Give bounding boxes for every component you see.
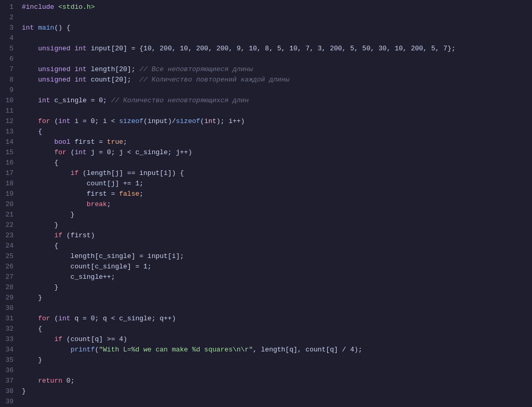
line-number: 26 [4, 262, 14, 272]
code-line: count[c_single] = 1; [22, 262, 532, 272]
line-number: 16 [4, 158, 14, 168]
line-number: 18 [4, 179, 14, 189]
code-line: for (int q = 0; q < c_single; q++) [22, 314, 532, 324]
code-line [22, 85, 532, 96]
code-line: int c_single = 0; // Количество неповтор… [22, 96, 532, 106]
code-line: if (first) [22, 230, 532, 241]
line-number: 35 [4, 355, 14, 365]
line-number: 25 [4, 251, 14, 262]
code-editor: 1234567891011121314151617181920212223242… [0, 0, 532, 407]
line-number: 37 [4, 376, 14, 386]
code-line: if (length[j] == input[i]) { [22, 168, 532, 179]
code-line [22, 12, 532, 23]
code-line: first = false; [22, 189, 532, 199]
code-line [22, 33, 532, 44]
line-number: 5 [4, 44, 14, 54]
line-number: 30 [4, 303, 14, 314]
line-number: 3 [4, 23, 14, 33]
code-line: length[c_single] = input[i]; [22, 251, 532, 262]
line-number: 8 [4, 75, 14, 85]
line-number: 15 [4, 147, 14, 158]
line-number: 10 [4, 96, 14, 106]
code-line [22, 365, 532, 376]
code-line: } [22, 210, 532, 220]
code-line: c_single++; [22, 272, 532, 282]
line-number: 12 [4, 116, 14, 127]
line-number: 19 [4, 189, 14, 199]
line-number: 2 [4, 12, 14, 23]
line-number: 24 [4, 241, 14, 251]
code-line: for (int i = 0; i < sizeof(input)/sizeof… [22, 116, 532, 127]
line-number: 34 [4, 345, 14, 355]
line-number: 31 [4, 314, 14, 324]
code-line: { [22, 324, 532, 334]
code-line: } [22, 220, 532, 230]
code-content[interactable]: #include <stdio.h> int main() { unsigned… [20, 0, 532, 407]
line-number: 6 [4, 54, 14, 64]
code-line [22, 54, 532, 64]
line-number: 38 [4, 386, 14, 397]
line-number: 9 [4, 85, 14, 96]
code-line [22, 397, 532, 407]
code-line: #include <stdio.h> [22, 2, 532, 12]
code-line: } [22, 282, 532, 293]
code-line: unsigned int count[20]; // Количество по… [22, 75, 532, 85]
code-line [22, 106, 532, 116]
code-line: unsigned int length[20]; // Все неповтор… [22, 64, 532, 75]
line-number: 4 [4, 33, 14, 44]
code-line: { [22, 241, 532, 251]
line-number: 36 [4, 365, 14, 376]
line-number: 29 [4, 293, 14, 303]
line-number: 11 [4, 106, 14, 116]
line-number: 28 [4, 282, 14, 293]
code-line [22, 303, 532, 314]
line-number: 21 [4, 210, 14, 220]
code-line: int main() { [22, 23, 532, 33]
code-line: } [22, 386, 532, 397]
line-number: 7 [4, 64, 14, 75]
line-numbers: 1234567891011121314151617181920212223242… [0, 0, 20, 407]
code-line: bool first = true; [22, 137, 532, 147]
code-line: printf("With L=%d we can make %d squares… [22, 345, 532, 355]
code-line: break; [22, 199, 532, 210]
code-line: if (count[q] >= 4) [22, 334, 532, 345]
code-line: unsigned int input[20] = {10, 200, 10, 2… [22, 44, 532, 54]
code-line: { [22, 127, 532, 137]
line-number: 27 [4, 272, 14, 282]
code-line: } [22, 293, 532, 303]
code-line: return 0; [22, 376, 532, 386]
line-number: 20 [4, 199, 14, 210]
line-number: 23 [4, 230, 14, 241]
line-number: 33 [4, 334, 14, 345]
line-number: 1 [4, 2, 14, 12]
line-number: 17 [4, 168, 14, 179]
line-number: 22 [4, 220, 14, 230]
line-number: 32 [4, 324, 14, 334]
code-line: } [22, 355, 532, 365]
line-number: 39 [4, 397, 14, 407]
code-line: for (int j = 0; j < c_single; j++) [22, 147, 532, 158]
code-line: { [22, 158, 532, 168]
code-line: count[j] += 1; [22, 179, 532, 189]
line-number: 14 [4, 137, 14, 147]
line-number: 13 [4, 127, 14, 137]
